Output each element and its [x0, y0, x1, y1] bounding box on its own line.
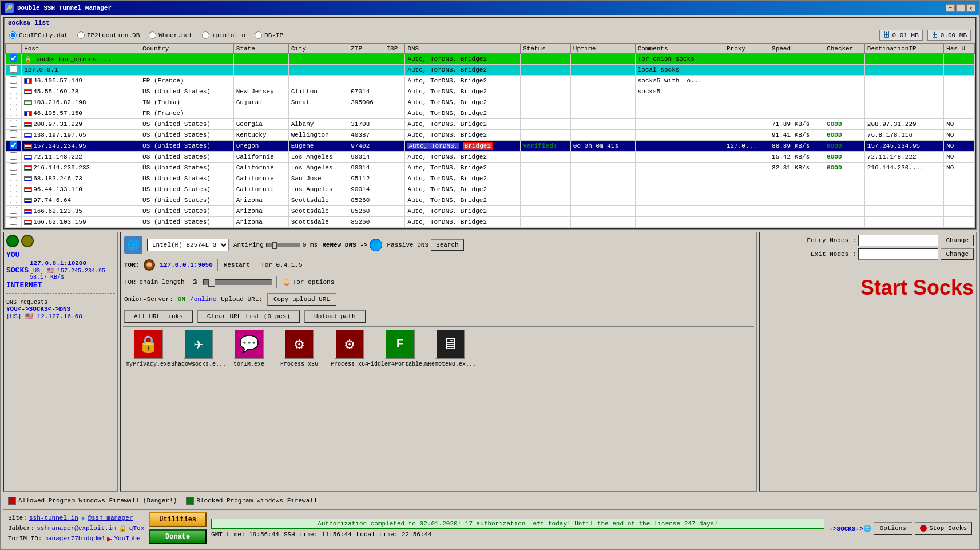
row-checker — [824, 65, 865, 76]
row-country: US (United States) — [140, 141, 234, 152]
socks-table-container[interactable]: Host Country State City ZIP ISP DNS Stat… — [5, 43, 975, 228]
adapter-select[interactable]: Intel(R) 82574L G — [147, 239, 229, 251]
col-status: Status — [521, 44, 571, 54]
table-row[interactable]: 96.44.133.110US (United States)Californi… — [6, 184, 975, 195]
torim-label: torIM.exe — [233, 361, 264, 367]
row-checkbox-cell[interactable] — [6, 54, 22, 65]
table-row[interactable]: 157.245.234.95US (United States)OregonEu… — [6, 141, 975, 152]
col-dns: DNS — [405, 44, 521, 54]
upload-path-button[interactable]: Upload path — [304, 310, 366, 323]
row-state — [233, 65, 288, 76]
jabber-url[interactable]: sshmanager@exploit.im — [37, 525, 116, 532]
tor-icon: 🧅 — [144, 259, 155, 271]
row-comments — [635, 195, 724, 206]
all-urls-button[interactable]: All URL Links — [124, 310, 193, 323]
row-checkbox-cell[interactable] — [6, 195, 22, 206]
chain-slider[interactable]: 3 — [189, 278, 272, 287]
row-checkbox-cell[interactable] — [6, 108, 22, 119]
stop-socks-button[interactable]: Stop Socks — [915, 522, 972, 535]
telegram-handle[interactable]: @ssh_manager — [88, 515, 133, 521]
exit-nodes-input[interactable] — [858, 248, 938, 260]
app-mremoteng[interactable]: 🖥 mRemoteNG.ex... — [427, 329, 473, 367]
torim-icon: 💬 — [234, 329, 264, 359]
row-city — [288, 108, 348, 119]
row-comments — [635, 152, 724, 163]
separator — [6, 293, 115, 294]
row-checkbox-cell[interactable] — [6, 97, 22, 108]
row-checkbox-cell[interactable] — [6, 119, 22, 130]
row-checkbox-cell[interactable] — [6, 86, 22, 97]
table-row[interactable]: 216.144.239.233US (United States)Califor… — [6, 163, 975, 173]
app-myprivacy[interactable]: 🔒 myPrivacy.exe — [125, 329, 171, 367]
youtube-link[interactable]: YouTube — [114, 535, 140, 542]
table-row[interactable]: 127.0.0.1Auto, TorDNS, Bridge2local sock… — [6, 65, 975, 76]
app-process-x86[interactable]: ⚙ Process_x86 — [276, 329, 322, 367]
row-checkbox-cell[interactable] — [6, 206, 22, 217]
utilities-button[interactable]: Utilities — [149, 512, 207, 527]
row-checkbox-cell[interactable] — [6, 217, 22, 228]
row-checkbox-cell[interactable] — [6, 65, 22, 76]
db-option-whoer[interactable]: Whoer.net — [149, 31, 192, 39]
app-torim[interactable]: 💬 torIM.exe — [226, 329, 272, 367]
row-proxy — [724, 163, 769, 173]
anti-ping-slider[interactable] — [266, 243, 300, 247]
row-checkbox-cell[interactable] — [6, 130, 22, 141]
db-option-geoip[interactable]: GeoIPCity.dat — [9, 31, 68, 39]
close-button[interactable]: ✕ — [966, 4, 975, 12]
row-country: US (United States) — [140, 206, 234, 217]
row-city — [288, 54, 348, 65]
row-checkbox-cell[interactable] — [6, 173, 22, 184]
table-row[interactable]: 72.11.148.222US (United States)Californi… — [6, 152, 975, 163]
entry-nodes-change-button[interactable]: Change — [941, 235, 974, 246]
tor-options-button[interactable]: 🧅 Tor options — [276, 276, 341, 288]
table-row[interactable]: 46.105.57.150FR (France)Auto, TorDNS, Br… — [6, 108, 975, 119]
entry-nodes-label: Entry Nodes : — [807, 237, 856, 244]
row-checkbox-cell[interactable] — [6, 76, 22, 86]
db-option-ip2location[interactable]: IP2Location.DB — [77, 31, 140, 39]
app-fiddler[interactable]: F Fiddler4Portable... — [377, 329, 423, 367]
row-proxy — [724, 206, 769, 217]
row-comments — [635, 206, 724, 217]
table-row[interactable]: 103.216.82.198IN (India)GujaratSurat3950… — [6, 97, 975, 108]
tor-restart-button[interactable]: Restart — [217, 259, 256, 271]
row-state: Californie — [233, 163, 288, 173]
row-checker — [824, 173, 865, 184]
entry-nodes-input[interactable] — [858, 235, 938, 246]
table-row[interactable]: 🔒 socks-tor_onions....Auto, TorDNS, Brid… — [6, 54, 975, 65]
table-row[interactable]: 166.62.123.35US (United States)ArizonaSc… — [6, 206, 975, 217]
row-checker — [824, 76, 865, 86]
maximize-button[interactable]: □ — [956, 4, 965, 12]
options-button[interactable]: Options — [874, 522, 912, 535]
table-row[interactable]: 208.97.31.229US (United States)GeorgiaAl… — [6, 119, 975, 130]
table-row[interactable]: 138.197.197.65US (United States)Kentucky… — [6, 130, 975, 141]
donate-button[interactable]: Donate — [149, 529, 207, 544]
chain-slider-track[interactable] — [203, 279, 272, 285]
table-row[interactable]: 45.55.169.78US (United States)New Jersey… — [6, 86, 975, 97]
passive-dns-search-button[interactable]: Search — [431, 239, 464, 251]
minimize-button[interactable]: ─ — [946, 4, 955, 12]
row-checkbox-cell[interactable] — [6, 152, 22, 163]
clear-url-button[interactable]: Clear URL list (0 pcs) — [197, 310, 300, 323]
db-option-ipinfo[interactable]: ipinfo.io — [202, 31, 245, 39]
table-row[interactable]: 68.183.246.73US (United States)Californi… — [6, 173, 975, 184]
row-checkbox-cell[interactable] — [6, 141, 22, 152]
copy-upload-button[interactable]: Copy upload URL — [267, 293, 336, 306]
qtox-link[interactable]: qTox — [129, 525, 144, 532]
row-checkbox-cell[interactable] — [6, 163, 22, 173]
torim-url[interactable]: manager77bidqdm4 — [44, 535, 105, 542]
row-dns: Auto, TorDNS, Bridge2 — [405, 173, 521, 184]
socks-list-title: Socks5 list — [5, 18, 975, 27]
table-row[interactable]: 46.105.57.149FR (France)Auto, TorDNS, Br… — [6, 76, 975, 86]
app-shadowsocks[interactable]: ✈ Shadowsocks.e... — [176, 329, 221, 367]
shadowsocks-icon: ✈ — [184, 329, 213, 359]
row-checkbox-cell[interactable] — [6, 184, 22, 195]
globe-icon[interactable]: 🌐 — [370, 239, 382, 251]
renew-dns-label: ReNew DNS -> — [322, 242, 367, 248]
site-url[interactable]: ssh-tunnel.in — [29, 515, 78, 521]
internet-label: INTERNET — [6, 281, 115, 290]
db-option-dbip[interactable]: DB-IP — [255, 31, 283, 39]
exit-nodes-change-button[interactable]: Change — [941, 248, 974, 260]
table-row[interactable]: 166.62.103.159US (United States)ArizonaS… — [6, 217, 975, 228]
table-row[interactable]: 97.74.6.64US (United States)ArizonaScott… — [6, 195, 975, 206]
app-process-x64[interactable]: ⚙ Process_x64 — [327, 329, 372, 367]
